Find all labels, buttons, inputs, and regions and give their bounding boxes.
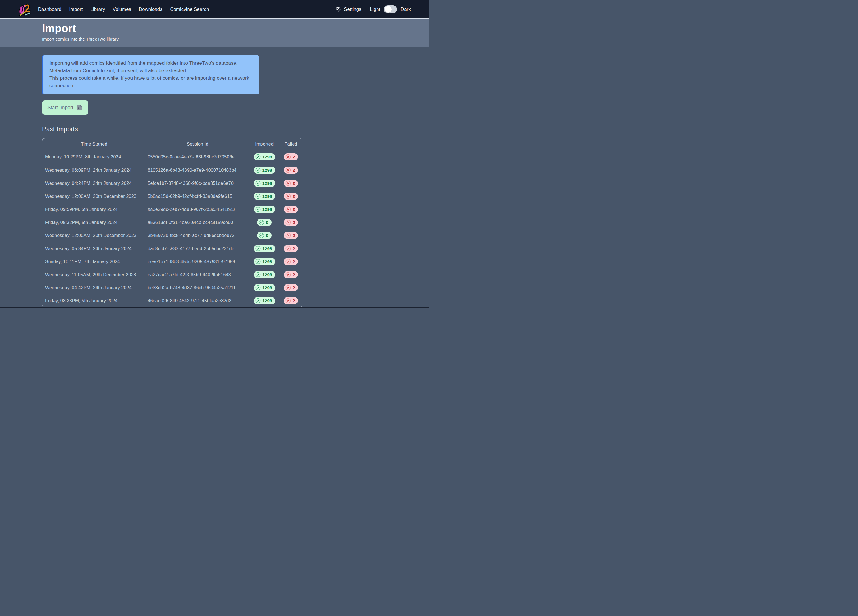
import-info-callout: Importing will add comics identified fro… [42, 55, 260, 94]
cell-session-id: be38dd2a-b748-4d37-86cb-9604c25a1211 [146, 281, 249, 294]
check-circle-icon [255, 272, 261, 277]
main-content: Importing will add comics identified fro… [0, 55, 429, 307]
cell-imported: 1298 [249, 268, 280, 281]
x-circle-icon [285, 298, 291, 303]
page-title: Import [42, 22, 429, 35]
cell-time-started: Friday, 08:32PM, 5th January 2024 [42, 216, 146, 229]
cell-session-id: a53613df-0fb1-4ea6-a4cb-bc4c8159ce60 [146, 216, 249, 229]
cell-time-started: Wednesday, 04:42PM, 24th January 2024 [42, 281, 146, 294]
import-table-body: Monday, 10:29PM, 8th January 2024 0550d0… [42, 151, 302, 307]
cell-time-started: Wednesday, 12:00AM, 20th December 2023 [42, 229, 146, 242]
theme-toggle: Light Dark [370, 5, 411, 13]
imported-count-badge: 1298 [253, 193, 275, 200]
start-import-button[interactable]: Start Import [42, 101, 88, 115]
nav-item-downloads[interactable]: Downloads [139, 6, 162, 12]
cell-failed: 2 [280, 268, 302, 281]
failed-count-badge: 2 [284, 153, 298, 160]
cell-failed: 2 [280, 255, 302, 268]
past-imports-table: Time Started Session Id Imported Failed … [42, 138, 303, 307]
table-row: Wednesday, 12:00AM, 20th December 2023 5… [42, 190, 302, 203]
table-row: Wednesday, 05:34PM, 24th January 2024 da… [42, 242, 302, 255]
failed-count-badge: 2 [284, 232, 298, 239]
info-line: This process could take a while, if you … [49, 75, 253, 90]
x-circle-icon [285, 272, 291, 277]
imported-count-badge: 1298 [253, 245, 275, 252]
cell-session-id: 3b459730-fbc8-4e4b-ac77-dd86dcbeed72 [146, 229, 249, 242]
table-row: Friday, 09:59PM, 5th January 2024 aa3e29… [42, 203, 302, 216]
failed-count-badge: 2 [284, 245, 298, 252]
section-divider [87, 129, 333, 129]
failed-count-badge: 2 [284, 258, 298, 265]
settings-button[interactable]: Settings [335, 6, 361, 12]
cell-imported: 1298 [249, 203, 280, 216]
failed-count-badge: 2 [284, 206, 298, 213]
cell-failed: 2 [280, 177, 302, 190]
failed-count-badge: 2 [284, 166, 298, 174]
failed-count-badge: 2 [284, 271, 298, 278]
x-circle-icon [285, 220, 291, 225]
info-line: Metadata from ComicInfo.xml, if present,… [49, 67, 253, 75]
failed-count-badge: 2 [284, 219, 298, 226]
imported-count-badge: 1298 [253, 258, 275, 265]
theme-toggle-switch[interactable] [384, 5, 397, 13]
cell-failed: 2 [280, 242, 302, 255]
cell-time-started: Friday, 09:59PM, 5th January 2024 [42, 203, 146, 216]
cell-time-started: Wednesday, 12:00AM, 20th December 2023 [42, 190, 146, 203]
col-header-time-started: Time Started [42, 138, 146, 151]
cell-session-id: ea27cac2-a7fd-42f3-85b9-4402ffa61643 [146, 268, 249, 281]
cell-time-started: Friday, 08:33PM, 5th January 2024 [42, 294, 146, 307]
cell-time-started: Wednesday, 06:09PM, 24th January 2024 [42, 163, 146, 177]
nav-item-volumes[interactable]: Volumes [113, 6, 131, 12]
col-header-session-id: Session Id [146, 138, 249, 151]
failed-count-badge: 2 [284, 297, 298, 304]
x-circle-icon [285, 154, 291, 160]
cell-time-started: Monday, 10:29PM, 8th January 2024 [42, 151, 146, 163]
table-row: Wednesday, 04:24PM, 24th January 2024 5e… [42, 177, 302, 190]
nav-item-comicvine-search[interactable]: Comicvine Search [170, 6, 209, 12]
file-import-icon [76, 104, 83, 111]
cell-imported: 0 [249, 216, 280, 229]
imported-count-badge: 0 [257, 232, 272, 239]
cell-failed: 2 [280, 294, 302, 307]
cell-session-id: 5efce1b7-3748-4360-9f6c-baa851de6e70 [146, 177, 249, 190]
toggle-knob [385, 6, 392, 13]
x-circle-icon [285, 246, 291, 251]
failed-count-badge: 2 [284, 180, 298, 187]
cell-failed: 2 [280, 163, 302, 177]
table-row: Wednesday, 12:00AM, 20th December 2023 3… [42, 229, 302, 242]
cell-imported: 1298 [249, 255, 280, 268]
nav-item-dashboard[interactable]: Dashboard [38, 6, 62, 12]
x-circle-icon [285, 168, 291, 173]
imported-count-badge: 1298 [253, 271, 275, 278]
start-import-label: Start Import [47, 105, 73, 111]
cell-failed: 2 [280, 203, 302, 216]
nav-item-import[interactable]: Import [69, 6, 83, 12]
cell-failed: 2 [280, 190, 302, 203]
cell-failed: 2 [280, 216, 302, 229]
cell-time-started: Wednesday, 05:34PM, 24th January 2024 [42, 242, 146, 255]
navbar-right: Settings Light Dark [335, 5, 411, 13]
x-circle-icon [285, 194, 291, 199]
table-row: Monday, 10:29PM, 8th January 2024 0550d0… [42, 151, 302, 163]
cell-imported: 1298 [249, 163, 280, 177]
cell-imported: 0 [249, 229, 280, 242]
page-subtitle: Import comics into the ThreeTwo library. [42, 37, 429, 42]
check-circle-icon [255, 168, 261, 173]
cell-imported: 1298 [249, 294, 280, 307]
cell-failed: 2 [280, 281, 302, 294]
nav-item-library[interactable]: Library [90, 6, 105, 12]
cell-session-id: aa3e29dc-2eb7-4a93-967f-2b3c34541b23 [146, 203, 249, 216]
imported-count-badge: 1298 [253, 206, 275, 213]
x-circle-icon [285, 207, 291, 212]
table-header-row: Time Started Session Id Imported Failed [42, 138, 302, 151]
cell-imported: 1298 [249, 151, 280, 163]
check-circle-icon [255, 207, 261, 212]
cell-time-started: Wednesday, 11:05AM, 20th December 2023 [42, 268, 146, 281]
cell-imported: 1298 [249, 177, 280, 190]
top-navbar: Dashboard Import Library Volumes Downloa… [0, 0, 429, 19]
cell-imported: 1298 [249, 242, 280, 255]
x-circle-icon [285, 233, 291, 238]
imported-count-badge: 0 [257, 219, 272, 226]
threetwo-logo-icon[interactable] [18, 2, 31, 17]
cell-failed: 2 [280, 229, 302, 242]
